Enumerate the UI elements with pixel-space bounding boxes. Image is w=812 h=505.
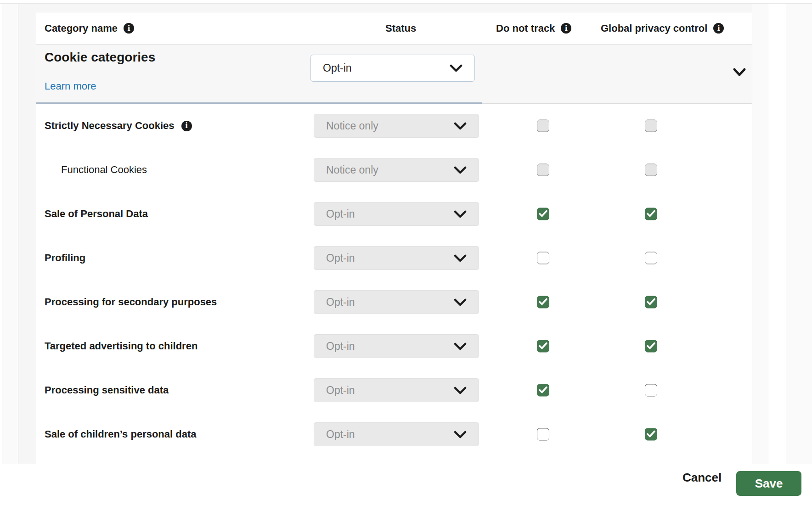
column-header-status: Status: [385, 22, 416, 34]
footer-bar: Cancel Save: [0, 464, 812, 505]
category-name-label: Sale of children’s personal data: [45, 428, 197, 440]
category-name-label: Processing sensitive data: [45, 384, 169, 396]
right-panel-edge-outer: [786, 4, 812, 464]
column-header-do-not-track: Do not track i: [496, 22, 571, 34]
do-not-track-checkbox: [537, 120, 549, 132]
status-select: Opt-in: [314, 422, 479, 446]
category-name: Sale of children’s personal data: [45, 428, 197, 440]
column-header-label: Status: [385, 22, 416, 34]
category-row: Sale of Personal Data Opt-in: [36, 192, 752, 236]
column-header-category-name: Category name i: [45, 22, 134, 34]
do-not-track-checkbox[interactable]: [537, 252, 549, 264]
global-privacy-control-checkbox: [645, 164, 657, 176]
status-value: Notice only: [326, 164, 378, 176]
cookie-categories-group-row: Cookie categories Learn more Opt-in: [36, 45, 752, 104]
group-title: Cookie categories: [45, 50, 155, 65]
right-panel-edge-middle: [769, 4, 786, 464]
group-status-value: Opt-in: [323, 62, 352, 74]
status-select: Opt-in: [314, 290, 479, 314]
category-name: Strictly Necessary Cookies i: [45, 120, 192, 132]
status-select: Opt-in: [314, 378, 479, 402]
checkmark-icon: [539, 298, 547, 306]
global-privacy-control-checkbox[interactable]: [645, 428, 657, 441]
checkmark-icon: [539, 387, 547, 394]
checkmark-icon: [647, 298, 655, 306]
chevron-down-icon: [454, 210, 467, 218]
info-icon[interactable]: i: [561, 23, 571, 34]
rows-container: Strictly Necessary Cookies i Notice only…: [36, 104, 752, 456]
status-select: Opt-in: [314, 246, 479, 270]
info-icon[interactable]: i: [713, 23, 724, 34]
group-status-select[interactable]: Opt-in: [310, 55, 475, 82]
global-privacy-control-checkbox[interactable]: [645, 296, 657, 309]
status-value: Opt-in: [326, 296, 355, 309]
status-value: Opt-in: [326, 428, 355, 441]
chevron-down-icon: [454, 254, 467, 262]
chevron-down-icon: [454, 431, 467, 438]
chevron-down-icon: [450, 64, 462, 72]
category-name-label: Targeted advertising to children: [45, 340, 197, 352]
category-name-label: Strictly Necessary Cookies: [45, 120, 175, 132]
checkmark-icon: [647, 431, 655, 438]
global-privacy-control-checkbox[interactable]: [645, 340, 657, 353]
global-privacy-control-checkbox[interactable]: [645, 384, 657, 397]
chevron-down-icon: [454, 122, 467, 130]
global-privacy-control-checkbox[interactable]: [645, 252, 657, 264]
column-header-label: Category name: [45, 22, 118, 34]
status-select: Notice only: [314, 158, 479, 182]
do-not-track-checkbox[interactable]: [537, 340, 549, 353]
info-icon[interactable]: i: [124, 23, 134, 34]
column-header-global-privacy-control: Global privacy control i: [601, 22, 724, 34]
column-header-label: Global privacy control: [601, 22, 707, 34]
status-value: Opt-in: [326, 208, 355, 220]
status-value: Notice only: [326, 120, 378, 132]
learn-more-link[interactable]: Learn more: [45, 80, 96, 92]
category-name-label: Processing for secondary purposes: [45, 296, 217, 308]
chevron-down-icon: [454, 342, 467, 350]
chevron-down-icon: [454, 298, 467, 306]
checkmark-icon: [539, 210, 547, 218]
category-name: Targeted advertising to children: [45, 340, 197, 352]
category-name: Processing for secondary purposes: [45, 296, 217, 308]
category-name: Sale of Personal Data: [45, 208, 148, 220]
category-name-label: Sale of Personal Data: [45, 208, 148, 220]
category-name: Profiling: [45, 252, 85, 264]
status-value: Opt-in: [326, 252, 355, 264]
category-row: Processing for secondary purposes Opt-in: [36, 280, 752, 324]
right-panel-edge-inner: [752, 4, 769, 464]
save-button[interactable]: Save: [736, 471, 801, 496]
global-privacy-control-checkbox: [645, 120, 657, 132]
category-row: Strictly Necessary Cookies i Notice only: [36, 104, 752, 148]
status-value: Opt-in: [326, 340, 355, 353]
category-row: Targeted advertising to children Opt-in: [36, 324, 752, 368]
do-not-track-checkbox[interactable]: [537, 296, 549, 309]
do-not-track-checkbox[interactable]: [537, 384, 549, 397]
cancel-button[interactable]: Cancel: [673, 464, 731, 491]
category-name: Functional Cookies: [61, 164, 147, 176]
category-row: Sale of children’s personal data Opt-in: [36, 412, 752, 456]
chevron-down-icon: [454, 166, 467, 174]
category-row: Profiling Opt-in: [36, 236, 752, 280]
global-privacy-control-checkbox[interactable]: [645, 208, 657, 220]
consent-categories-card: Category name i Status Do not track i Gl…: [36, 12, 752, 464]
page-top-band: [0, 0, 812, 4]
checkmark-icon: [647, 342, 655, 350]
category-row: Processing sensitive data Opt-in: [36, 368, 752, 412]
category-row: Functional Cookies Notice only: [36, 148, 752, 192]
checkmark-icon: [539, 342, 547, 350]
category-name: Processing sensitive data: [45, 384, 169, 396]
left-panel-edge-inner: [2, 4, 18, 464]
status-select: Notice only: [314, 114, 479, 138]
column-header-label: Do not track: [496, 22, 555, 34]
do-not-track-checkbox[interactable]: [537, 208, 549, 220]
chevron-down-icon: [454, 387, 467, 394]
category-name-label: Functional Cookies: [61, 164, 147, 176]
do-not-track-checkbox[interactable]: [537, 428, 549, 441]
status-select: Opt-in: [314, 334, 479, 358]
checkmark-icon: [647, 210, 655, 218]
category-name-label: Profiling: [45, 252, 85, 264]
collapse-group-chevron-icon[interactable]: [733, 67, 746, 78]
status-value: Opt-in: [326, 384, 355, 397]
info-icon[interactable]: i: [181, 121, 192, 131]
do-not-track-checkbox: [537, 164, 549, 176]
